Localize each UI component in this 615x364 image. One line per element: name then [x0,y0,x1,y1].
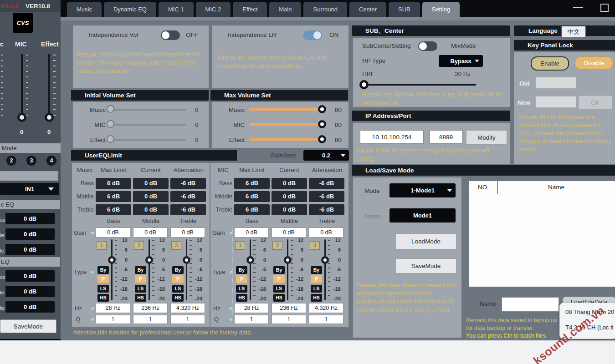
filter-type-highshelf-button[interactable]: HS [311,294,322,302]
music-initial-slider-knob[interactable] [107,105,114,113]
filter-type-peak-button[interactable]: P [311,275,322,283]
current-cell[interactable]: 0 dB [272,191,307,202]
mic-volume-slider-knob[interactable] [17,113,26,122]
effect-max-slider-knob[interactable] [318,135,326,143]
port-input[interactable] [430,130,462,144]
tab-mic1[interactable]: MIC 1 [159,2,194,17]
mic-initial-slider-track[interactable] [109,124,186,126]
max-limit-cell[interactable]: 6 dB [234,178,270,189]
current-cell[interactable]: 0 dB [133,191,169,202]
gain-field[interactable]: 0 dB [272,228,306,238]
mode-3-button[interactable]: 3 [26,156,36,166]
current-cell[interactable]: 0 dB [272,204,307,215]
new-password-input[interactable] [535,96,576,108]
old-password-input[interactable] [535,77,576,89]
filter-type-highshelf-button[interactable]: HS [273,294,285,302]
q-field[interactable]: 1 [234,315,269,324]
effect-volume-slider-track[interactable] [48,54,50,121]
frequency-field[interactable]: 28 Hz [96,303,130,313]
save-mode-button[interactable]: SaveMode [395,258,456,273]
language-button[interactable]: 中文 [561,26,586,37]
filter-type-lowshelf-button[interactable]: LS [273,285,285,293]
eq-slider-track[interactable] [186,239,187,300]
eq-slider-track[interactable] [324,239,326,300]
max-limit-cell[interactable]: 6 dB [96,204,131,215]
max-limit-cell[interactable]: 6 dB [234,191,270,202]
music-max-slider-track[interactable] [249,108,326,111]
hpf-slider-knob[interactable] [359,80,369,89]
mode-2-button[interactable]: 2 [6,156,16,166]
frequency-field[interactable]: 28 Hz [234,303,269,313]
music-bass-field[interactable]: 0 dB [5,213,55,224]
filter-type-peak-button[interactable]: P [236,275,247,283]
effect-initial-slider-track[interactable] [109,139,186,141]
filter-type-bypass-button[interactable]: By [135,266,146,274]
music-initial-slider-track[interactable] [109,109,186,111]
tab-mic2[interactable]: MIC 2 [196,2,231,17]
music-middle-field[interactable]: 0 dB [5,228,55,240]
filter-type-highshelf-button[interactable]: HS [236,294,247,302]
filter-type-bypass-button[interactable]: By [311,266,322,274]
independence-vol-toggle[interactable] [161,30,180,40]
eq-slider-track[interactable] [287,239,288,300]
gain-field[interactable]: 0 dB [170,228,205,238]
frequency-field[interactable]: 236 Hz [133,303,168,313]
mic-max-slider-track[interactable] [249,123,326,126]
filter-type-peak-button[interactable]: P [273,275,285,283]
filter-type-lowshelf-button[interactable]: LS [311,285,322,293]
tab-setting[interactable]: Setting [422,2,460,17]
mic-volume-slider-track[interactable] [21,54,23,121]
gain-field[interactable]: 0 dB [234,228,269,238]
attenuation-cell[interactable]: -6 dB [170,178,206,189]
file-name-input[interactable] [502,297,559,312]
filter-type-peak-button[interactable]: P [135,275,146,283]
load-mode-button[interactable]: LoadMode [395,233,456,249]
independence-lr-toggle[interactable] [303,30,322,40]
filter-type-lowshelf-button[interactable]: LS [236,285,247,293]
frequency-field[interactable]: 4.320 Hz [170,303,205,313]
subcenter-toggle[interactable] [418,41,437,51]
tab-effect[interactable]: Effect [233,2,267,17]
frequency-field[interactable]: 4.320 Hz [309,303,343,313]
filter-type-highshelf-button[interactable]: HS [135,294,146,302]
eq-slider-track[interactable] [149,239,150,300]
hpf-slider-track[interactable] [363,84,476,86]
filter-type-bypass-button[interactable]: By [97,266,109,274]
tab-surround[interactable]: Surround [303,2,347,17]
filter-type-lowshelf-button[interactable]: LS [97,285,109,293]
mode-4-button[interactable]: 4 [46,156,56,166]
music-treble-field[interactable]: 0 dB [5,244,55,255]
gain-field[interactable]: 0 dB [96,228,130,238]
mic-bass-field[interactable]: 0 dB [5,270,55,282]
filter-type-highshelf-button[interactable]: HS [172,294,184,302]
q-field[interactable]: 1 [96,315,130,324]
minimize-button[interactable] [573,7,583,8]
tab-main[interactable]: Main [269,2,301,17]
ip-address-input[interactable] [360,130,424,144]
lock-enable-button[interactable]: Enable [531,56,569,71]
filter-type-highshelf-button[interactable]: HS [97,294,109,302]
gainstep-select[interactable]: 0.2 [303,150,349,161]
attenuation-cell[interactable]: -6 dB [309,204,344,215]
max-limit-cell[interactable]: 6 dB [234,204,270,215]
q-field[interactable]: 1 [309,315,343,324]
filter-type-bypass-button[interactable]: By [273,266,285,274]
tab-center[interactable]: Center [349,2,386,17]
current-cell[interactable]: 0 dB [133,204,169,215]
attenuation-cell[interactable]: -6 dB [309,191,344,202]
mic-middle-field[interactable]: 0 dB [5,286,55,297]
modify-button[interactable]: Modify [466,130,507,145]
tab-music[interactable]: Music [67,2,102,17]
maximize-button[interactable] [600,4,609,12]
input-source-select[interactable]: IN1 [0,183,59,195]
mode-select[interactable]: 1-Mode1 [390,183,456,197]
current-cell[interactable]: 0 dB [272,178,307,189]
eq-slider-track[interactable] [250,239,251,300]
filter-type-lowshelf-button[interactable]: LS [135,285,146,293]
mode-name-field[interactable]: Mode1 [390,208,456,222]
filter-type-bypass-button[interactable]: By [236,266,247,274]
q-field[interactable]: 1 [170,315,205,324]
filter-type-peak-button[interactable]: P [172,275,184,283]
gain-field[interactable]: 0 dB [309,228,343,238]
q-field[interactable]: 1 [133,315,168,324]
